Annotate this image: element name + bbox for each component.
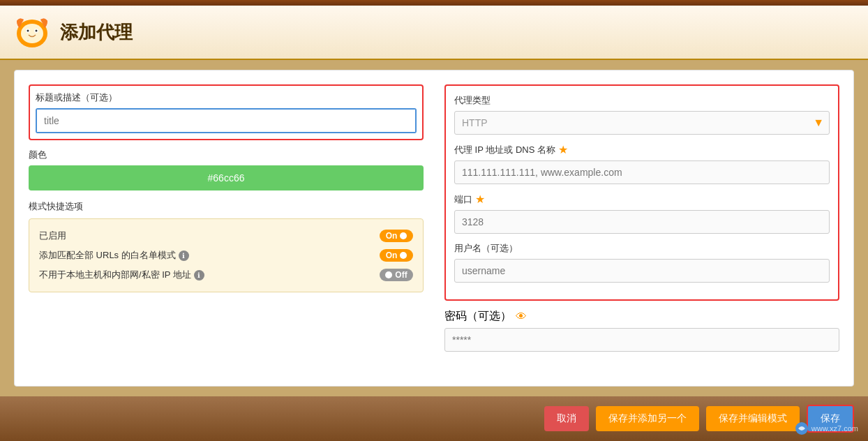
toggle-circle-2 bbox=[400, 252, 407, 259]
svg-point-1 bbox=[21, 24, 43, 43]
cancel-button[interactable]: 取消 bbox=[544, 406, 589, 431]
toggle-enabled[interactable]: On bbox=[380, 230, 413, 242]
mode-section-title: 模式快捷选项 bbox=[29, 200, 424, 213]
proxy-ip-label: 代理 IP 地址或 DNS 名称 ★ bbox=[454, 143, 830, 156]
title-label: 标题或描述（可选） bbox=[36, 91, 417, 104]
color-button[interactable]: #66cc66 bbox=[29, 165, 424, 190]
toggle-whitelist[interactable]: On bbox=[380, 249, 413, 262]
top-bar bbox=[0, 0, 868, 6]
toggle-on-label: On bbox=[386, 231, 398, 241]
toggle-off-label: Off bbox=[395, 270, 407, 280]
mode-local-label: 不用于本地主机和内部网/私密 IP 地址 ℹ bbox=[39, 269, 204, 281]
title-input[interactable] bbox=[37, 110, 415, 132]
save-add-button[interactable]: 保存并添加另一个 bbox=[596, 406, 699, 431]
password-label: 密码（可选） bbox=[444, 309, 511, 324]
title-input-wrap bbox=[36, 108, 417, 133]
right-column: 代理类型 HTTP HTTPS SOCKS4 SOCKS5 ▼ 代 bbox=[444, 84, 839, 352]
port-input[interactable] bbox=[454, 210, 830, 234]
info-icon-whitelist[interactable]: ℹ bbox=[179, 251, 189, 261]
svg-point-4 bbox=[27, 30, 29, 32]
mode-whitelist-label: 添加匹配全部 URLs 的白名单模式 ℹ bbox=[39, 249, 189, 262]
toggle-local[interactable]: Off bbox=[380, 269, 413, 281]
title-section: 标题或描述（可选） bbox=[29, 84, 424, 140]
ip-required-star: ★ bbox=[558, 143, 568, 156]
left-column: 标题或描述（可选） 颜色 #66cc66 模式快捷选项 已启用 On bbox=[29, 84, 424, 352]
username-group: 用户名（可选） bbox=[454, 242, 830, 283]
mode-options-container: 已启用 On 添加匹配全部 URLs 的白名单模式 ℹ On bbox=[29, 218, 424, 292]
proxy-type-group: 代理类型 HTTP HTTPS SOCKS4 SOCKS5 ▼ bbox=[454, 94, 830, 135]
main-content: 标题或描述（可选） 颜色 #66cc66 模式快捷选项 已启用 On bbox=[14, 70, 854, 387]
app-logo bbox=[14, 14, 50, 50]
password-section: 密码（可选） 👁 bbox=[444, 309, 839, 352]
toggle-on-label-2: On bbox=[386, 251, 398, 260]
color-group: 颜色 #66cc66 bbox=[29, 149, 424, 190]
mode-enabled-label: 已启用 bbox=[39, 230, 66, 242]
username-input[interactable] bbox=[454, 259, 830, 283]
eye-icon[interactable]: 👁 bbox=[516, 311, 527, 323]
port-group: 端口 ★ bbox=[454, 193, 830, 234]
action-bar: 取消 保存并添加另一个 保存并编辑模式 保存 bbox=[0, 396, 868, 441]
bottom-wrapper: 取消 保存并添加另一个 保存并编辑模式 保存 www.xz7.com bbox=[0, 396, 868, 441]
mode-row-whitelist: 添加匹配全部 URLs 的白名单模式 ℹ On bbox=[39, 246, 413, 265]
port-required-star: ★ bbox=[475, 193, 485, 206]
username-label: 用户名（可选） bbox=[454, 242, 830, 255]
proxy-type-label: 代理类型 bbox=[454, 94, 830, 107]
watermark: www.xz7.com bbox=[795, 421, 858, 435]
mode-row-enabled: 已启用 On bbox=[39, 226, 413, 246]
proxy-ip-group: 代理 IP 地址或 DNS 名称 ★ bbox=[454, 143, 830, 184]
port-label: 端口 ★ bbox=[454, 193, 830, 206]
color-label: 颜色 bbox=[29, 149, 424, 161]
header: 添加代理 bbox=[0, 6, 868, 60]
form-layout: 标题或描述（可选） 颜色 #66cc66 模式快捷选项 已启用 On bbox=[29, 84, 839, 352]
watermark-logo bbox=[795, 421, 809, 435]
password-input[interactable] bbox=[444, 328, 839, 352]
password-label-row: 密码（可选） 👁 bbox=[444, 309, 839, 324]
watermark-text: www.xz7.com bbox=[811, 424, 858, 433]
save-edit-button[interactable]: 保存并编辑模式 bbox=[706, 406, 800, 431]
toggle-circle bbox=[400, 232, 407, 239]
proxy-ip-input[interactable] bbox=[454, 160, 830, 184]
proxy-section: 代理类型 HTTP HTTPS SOCKS4 SOCKS5 ▼ 代 bbox=[444, 84, 839, 301]
page-title: 添加代理 bbox=[60, 20, 133, 45]
proxy-type-select[interactable]: HTTP HTTPS SOCKS4 SOCKS5 bbox=[454, 111, 830, 135]
mode-row-local: 不用于本地主机和内部网/私密 IP 地址 ℹ Off bbox=[39, 265, 413, 285]
info-icon-local[interactable]: ℹ bbox=[194, 270, 204, 281]
svg-point-5 bbox=[36, 30, 38, 32]
proxy-type-select-wrap: HTTP HTTPS SOCKS4 SOCKS5 ▼ bbox=[454, 111, 830, 135]
toggle-circle-3 bbox=[385, 271, 392, 278]
